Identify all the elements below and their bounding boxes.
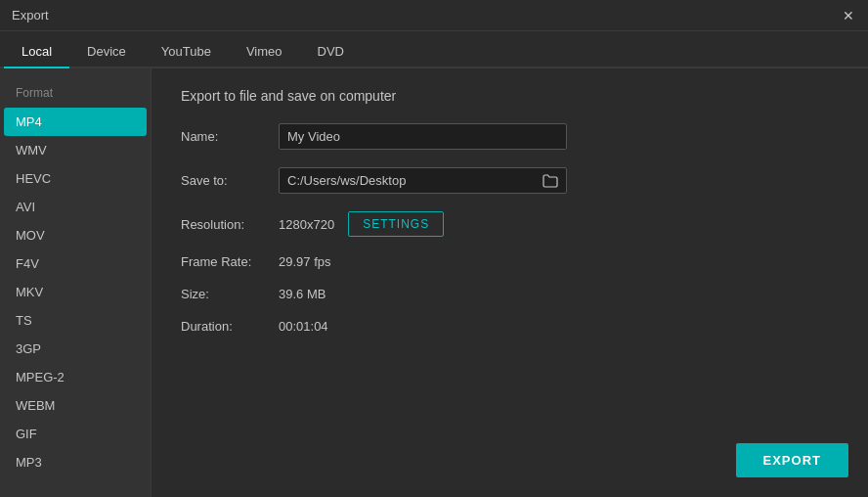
format-item-mpeg2[interactable]: MPEG-2	[0, 363, 151, 391]
main-area: Format MP4WMVHEVCAVIMOVF4VMKVTS3GPMPEG-2…	[0, 68, 868, 497]
tab-device[interactable]: Device	[69, 36, 144, 68]
format-item-3gp[interactable]: 3GP	[0, 335, 151, 363]
frame-rate-value: 29.97 fps	[279, 254, 331, 269]
title-bar: Export ✕	[0, 0, 868, 31]
tab-local[interactable]: Local	[4, 36, 69, 68]
duration-row: Duration: 00:01:04	[181, 319, 839, 334]
format-item-mp4[interactable]: MP4	[4, 108, 147, 136]
duration-value: 00:01:04	[279, 319, 328, 334]
dialog-title: Export	[12, 8, 49, 23]
format-item-mp3[interactable]: MP3	[0, 448, 151, 476]
format-item-mov[interactable]: MOV	[0, 221, 151, 249]
name-label: Name:	[181, 129, 279, 144]
size-row: Size: 39.6 MB	[181, 287, 839, 301]
duration-label: Duration:	[181, 319, 279, 334]
format-section-label: Format	[0, 82, 151, 108]
resolution-label: Resolution:	[181, 217, 279, 232]
format-item-hevc[interactable]: HEVC	[0, 164, 151, 193]
settings-button[interactable]: SETTINGS	[348, 211, 444, 237]
tab-youtube[interactable]: YouTube	[144, 36, 229, 68]
resolution-value: 1280x720	[279, 217, 334, 232]
close-button[interactable]: ✕	[841, 8, 856, 23]
tab-vimeo[interactable]: Vimeo	[229, 36, 300, 68]
save-to-wrapper	[279, 167, 567, 194]
export-content: Export to file and save on computer Name…	[152, 68, 868, 497]
format-item-webm[interactable]: WEBM	[0, 391, 151, 420]
format-item-wmv[interactable]: WMV	[0, 136, 151, 164]
name-input[interactable]	[279, 123, 567, 150]
export-button[interactable]: EXPORT	[736, 443, 848, 477]
format-item-gif[interactable]: GIF	[0, 420, 151, 448]
tab-bar: Local Device YouTube Vimeo DVD	[0, 31, 868, 68]
section-title: Export to file and save on computer	[181, 88, 839, 104]
frame-rate-label: Frame Rate:	[181, 254, 279, 269]
save-to-input[interactable]	[280, 168, 535, 193]
name-row: Name:	[181, 123, 839, 150]
save-to-row: Save to:	[181, 167, 839, 194]
size-value: 39.6 MB	[279, 287, 326, 301]
frame-rate-row: Frame Rate: 29.97 fps	[181, 254, 839, 269]
resolution-row: Resolution: 1280x720 SETTINGS	[181, 211, 839, 237]
tab-dvd[interactable]: DVD	[300, 36, 362, 68]
format-item-avi[interactable]: AVI	[0, 193, 151, 221]
size-label: Size:	[181, 287, 279, 301]
save-to-label: Save to:	[181, 173, 279, 188]
browse-folder-button[interactable]	[535, 170, 566, 192]
format-item-f4v[interactable]: F4V	[0, 249, 151, 278]
format-item-mkv[interactable]: MKV	[0, 278, 151, 306]
format-item-ts[interactable]: TS	[0, 306, 151, 335]
format-sidebar: Format MP4WMVHEVCAVIMOVF4VMKVTS3GPMPEG-2…	[0, 68, 152, 497]
resolution-controls: 1280x720 SETTINGS	[279, 211, 444, 237]
